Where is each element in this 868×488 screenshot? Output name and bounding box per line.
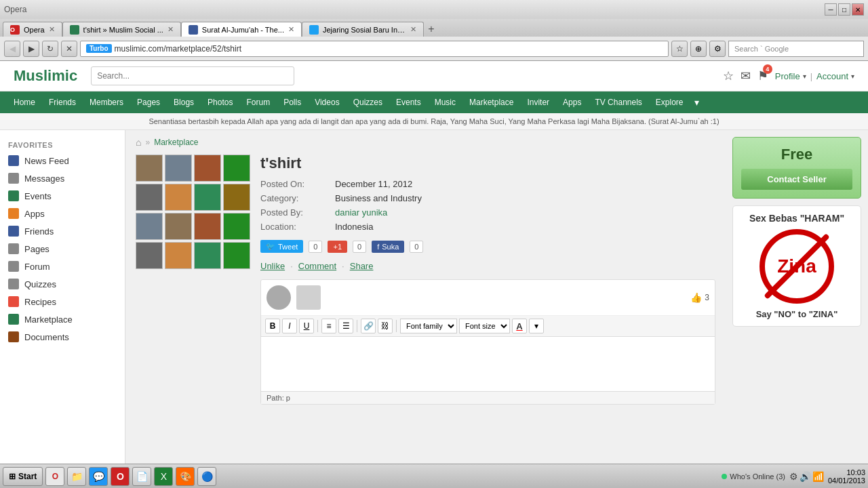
sidebar-item-events[interactable]: Events [0, 187, 125, 205]
tab-close-jejaring[interactable]: ✕ [410, 25, 416, 34]
start-button[interactable]: ⊞ Start [3, 467, 43, 486]
reload-button[interactable]: ↻ [42, 41, 58, 57]
editor-body[interactable] [261, 337, 715, 391]
tab-muslimic[interactable]: t'shirt » Muslim Social ... ✕ [62, 22, 181, 37]
font-size-select[interactable]: Font size [459, 319, 510, 333]
browser-search-box[interactable]: Search ` Google [728, 41, 864, 57]
nav-more-button[interactable]: ▾ [690, 97, 703, 108]
contact-seller-button[interactable]: Contact Seller [741, 169, 852, 190]
tab-close-opera[interactable]: ✕ [49, 25, 55, 34]
unlike-link[interactable]: Unlike [260, 261, 285, 271]
taskbar-icon-files[interactable]: 📁 [67, 467, 86, 486]
rss-icon[interactable]: ⊕ [690, 41, 707, 57]
product-thumb-4[interactable] [223, 155, 250, 182]
settings-icon[interactable]: ⚙ [709, 41, 726, 57]
font-family-select[interactable]: Font family [400, 319, 457, 333]
nav-item-apps[interactable]: Apps [556, 92, 588, 113]
nav-item-home[interactable]: Home [7, 92, 42, 113]
underline-button[interactable]: U [299, 319, 314, 333]
new-tab-button[interactable]: + [424, 22, 439, 37]
gplus-button[interactable]: +1 [328, 241, 347, 253]
italic-button[interactable]: I [282, 319, 297, 333]
tab-surat[interactable]: Surat Al-Jumu'ah - The... ✕ [181, 22, 302, 37]
link-button[interactable]: 🔗 [361, 319, 376, 333]
nav-item-polls[interactable]: Polls [277, 92, 308, 113]
sidebar-item-recipes[interactable]: Recipes [0, 293, 125, 310]
nav-item-pages[interactable]: Pages [130, 92, 167, 113]
taskbar-icon-chat[interactable]: 💬 [89, 467, 108, 486]
sidebar-item-marketplace[interactable]: Marketplace [0, 310, 125, 328]
forward-button[interactable]: ▶ [23, 41, 39, 57]
unlink-button[interactable]: ⛓ [378, 319, 393, 333]
tweet-button[interactable]: 🐦 Tweet [260, 240, 303, 253]
account-link[interactable]: Account [816, 71, 848, 81]
nav-item-photos[interactable]: Photos [201, 92, 239, 113]
product-thumb-2[interactable] [165, 155, 192, 182]
back-button[interactable]: ◀ [4, 41, 20, 57]
product-thumb-5[interactable] [136, 184, 163, 211]
home-icon[interactable]: ⌂ [136, 137, 141, 148]
nav-item-inviter[interactable]: Inviter [520, 92, 556, 113]
sidebar-item-quizzes[interactable]: Quizzes [0, 275, 125, 293]
breadcrumb-marketplace-link[interactable]: Marketplace [154, 138, 198, 147]
nav-item-marketplace[interactable]: Marketplace [462, 92, 520, 113]
product-thumb-12[interactable] [223, 213, 250, 240]
product-thumb-6[interactable] [165, 184, 192, 211]
product-thumb-9[interactable] [136, 213, 163, 240]
messages-icon[interactable]: ✉ [741, 68, 751, 83]
nav-item-tvchannels[interactable]: TV Channels [588, 92, 648, 113]
minimize-button[interactable]: ─ [825, 3, 837, 16]
font-color-button[interactable]: A [512, 319, 527, 333]
product-thumb-8[interactable] [223, 184, 250, 211]
posted-by-link[interactable]: daniar yunika [335, 207, 387, 218]
taskbar-icon-browser[interactable]: O [45, 467, 64, 486]
product-thumb-15[interactable] [194, 242, 221, 269]
taskbar-icon-excel[interactable]: X [154, 467, 173, 486]
product-thumb-14[interactable] [165, 242, 192, 269]
bookmark-icon[interactable]: ☆ [723, 68, 734, 83]
product-thumb-3[interactable] [194, 155, 221, 182]
gear-sys-icon[interactable]: ⚙ [789, 471, 798, 482]
notification-icon[interactable]: ⚑ 4 [757, 68, 768, 83]
sidebar-item-pages[interactable]: Pages [0, 240, 125, 258]
sidebar-item-apps[interactable]: Apps [0, 205, 125, 222]
nav-item-forum[interactable]: Forum [239, 92, 277, 113]
star-icon[interactable]: ☆ [671, 41, 688, 57]
tab-close-muslimic[interactable]: ✕ [167, 25, 174, 34]
taskbar-icon-docs[interactable]: 📄 [132, 467, 151, 486]
address-box[interactable]: Turbo muslimic.com/marketplace/52/tshirt [80, 41, 669, 57]
profile-link[interactable]: Profile [775, 71, 800, 81]
tab-jejaring[interactable]: Jejaring Sosial Baru Ind... ✕ [302, 22, 424, 37]
account-dropdown-arrow[interactable]: ▾ [851, 73, 854, 80]
share-link[interactable]: Share [350, 261, 374, 271]
bold-button[interactable]: B [265, 319, 280, 333]
stop-button[interactable]: ✕ [61, 41, 77, 57]
nav-item-members[interactable]: Members [83, 92, 130, 113]
product-thumb-16[interactable] [223, 242, 250, 269]
sidebar-item-newsfeed[interactable]: News Feed [0, 152, 125, 169]
product-thumb-11[interactable] [194, 213, 221, 240]
close-button[interactable]: ✕ [852, 3, 864, 16]
unordered-list-button[interactable]: ≡ [321, 319, 336, 333]
more-options-button[interactable]: ▾ [529, 319, 544, 333]
ordered-list-button[interactable]: ☰ [338, 319, 353, 333]
tab-close-surat[interactable]: ✕ [288, 25, 294, 34]
comment-link[interactable]: Comment [298, 261, 336, 271]
maximize-button[interactable]: □ [838, 3, 850, 16]
nav-item-blogs[interactable]: Blogs [167, 92, 201, 113]
sidebar-item-forum[interactable]: Forum [0, 258, 125, 275]
product-thumb-13[interactable] [136, 242, 163, 269]
sidebar-item-documents[interactable]: Documents [0, 328, 125, 346]
sidebar-item-friends[interactable]: Friends [0, 222, 125, 240]
network-icon[interactable]: 📶 [812, 471, 824, 482]
product-thumb-7[interactable] [194, 184, 221, 211]
site-search-input[interactable] [91, 66, 294, 85]
taskbar-icon-extra[interactable]: 🔵 [197, 467, 216, 486]
nav-item-quizzes[interactable]: Quizzes [347, 92, 389, 113]
nav-item-music[interactable]: Music [428, 92, 462, 113]
nav-item-explore[interactable]: Explore [649, 92, 690, 113]
nav-item-videos[interactable]: Videos [308, 92, 346, 113]
profile-dropdown-arrow[interactable]: ▾ [803, 73, 806, 80]
product-thumb-1[interactable] [136, 155, 163, 182]
tab-opera[interactable]: O Opera ✕ [3, 22, 62, 37]
